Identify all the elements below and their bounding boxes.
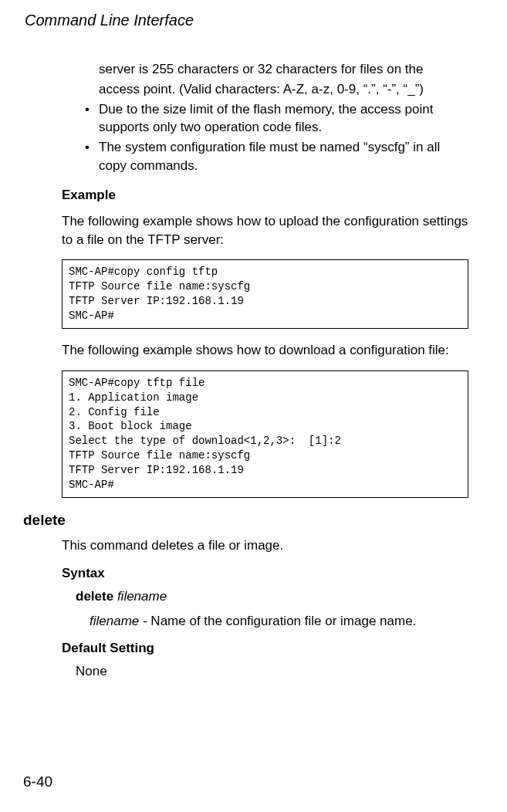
syntax-command: delete (76, 589, 113, 604)
bullet-item-2: • The system configuration file must be … (85, 138, 468, 175)
delete-description: This command deletes a file or image. (62, 536, 468, 555)
bullet-dot-icon: • (85, 138, 99, 175)
example-heading: Example (62, 188, 468, 203)
intro-continuation-line2: access point. (Valid characters: A-Z, a-… (99, 80, 468, 99)
code-block-download: SMC-AP#copy tftp file 1. Application ima… (62, 370, 468, 498)
parameter-description: filename - Name of the configuration fil… (90, 612, 468, 631)
bullet-text-2: The system configuration file must be na… (99, 138, 468, 175)
param-name: filename (90, 614, 139, 628)
syntax-section: Syntax delete filename filename - Name o… (62, 566, 468, 680)
example-para-1: The following example shows how to uploa… (62, 212, 468, 249)
syntax-line: delete filename (76, 589, 468, 604)
intro-continuation-line1: server is 255 characters or 32 character… (99, 60, 468, 79)
syntax-parameter: filename (117, 589, 167, 604)
param-desc-text: - Name of the configuration file or imag… (139, 614, 416, 628)
page-content: server is 255 characters or 32 character… (23, 60, 484, 679)
delete-command-heading: delete (23, 512, 468, 529)
default-setting-label: Default Setting (62, 641, 468, 656)
bullet-dot-icon: • (85, 100, 99, 137)
bullet-text-1: Due to the size limit of the flash memor… (99, 100, 468, 137)
default-setting-value: None (76, 664, 468, 679)
bullet-item-1: • Due to the size limit of the flash mem… (85, 100, 468, 137)
page-header-title: Command Line Interface (23, 12, 484, 29)
syntax-label: Syntax (62, 566, 468, 581)
code-block-upload: SMC-AP#copy config tftp TFTP Source file… (62, 259, 468, 329)
page-number: 6-40 (23, 773, 52, 790)
example-para-2: The following example shows how to downl… (62, 341, 468, 360)
